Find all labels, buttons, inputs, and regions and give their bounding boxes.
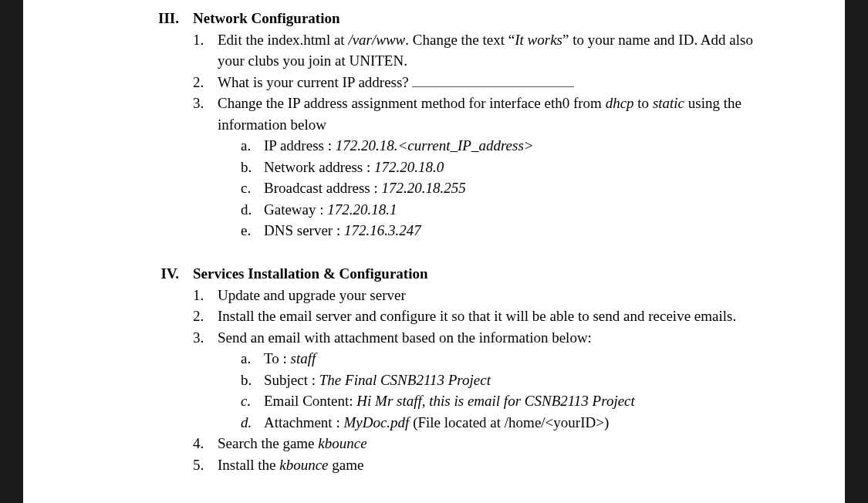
text: Edit the index.html at bbox=[218, 32, 348, 48]
italic-text: 172.16.3.247 bbox=[344, 222, 421, 238]
item-body: Search the game kbounce bbox=[218, 433, 768, 454]
sub-list-item: a.IP address : 172.20.18.<current_IP_add… bbox=[241, 135, 768, 157]
text: . Change the text “ bbox=[405, 32, 515, 48]
item-letter: b. bbox=[241, 370, 264, 391]
list-item: 4.Search the game kbounce bbox=[193, 433, 768, 454]
sub-list-item: e.DNS server : 172.16.3.247 bbox=[241, 220, 768, 241]
italic-text: /var/www bbox=[348, 32, 405, 48]
item-number: 3. bbox=[193, 327, 218, 434]
item-body: Send an email with attachment based on t… bbox=[218, 327, 768, 434]
item-body: Change the IP address assignment method … bbox=[218, 93, 768, 241]
item-number: 2. bbox=[193, 306, 218, 327]
italic-text: Hi Mr staff, this is email for CSNB2113 … bbox=[356, 393, 634, 409]
italic-text: staff bbox=[291, 350, 316, 366]
text: Attachment : bbox=[264, 414, 343, 430]
item-number: 2. bbox=[193, 72, 218, 93]
sub-item-body: Attachment : MyDoc.pdf (File located at … bbox=[264, 412, 768, 434]
text: Change the IP address assignment method … bbox=[218, 95, 606, 111]
sub-list-item: c.Email Content: Hi Mr staff, this is em… bbox=[241, 390, 768, 412]
lettered-list: a.IP address : 172.20.18.<current_IP_add… bbox=[218, 135, 768, 241]
text: Gateway : bbox=[264, 201, 327, 218]
item-number: 1. bbox=[193, 285, 218, 306]
section-heading: Services Installation & Configuration bbox=[193, 263, 768, 285]
text: To : bbox=[264, 350, 291, 366]
text: Search the game bbox=[218, 435, 318, 451]
list-item: 2.Install the email server and configure… bbox=[193, 306, 768, 327]
text: What is your current IP address? bbox=[218, 74, 409, 90]
italic-text: The Final CSNB2113 Project bbox=[319, 372, 491, 388]
italic-text: kbounce bbox=[318, 435, 366, 451]
sub-item-body: Gateway : 172.20.18.1 bbox=[264, 199, 768, 221]
text: Install the bbox=[218, 457, 279, 473]
italic-text: MyDoc.pdf bbox=[343, 414, 409, 430]
text: game bbox=[329, 457, 364, 473]
item-letter: d. bbox=[241, 199, 264, 221]
item-letter: e. bbox=[241, 220, 264, 241]
list-item: 2.What is your current IP address? bbox=[193, 72, 768, 93]
item-body: Install the kbounce game bbox=[218, 454, 768, 476]
italic-text: It works bbox=[515, 32, 562, 48]
item-letter: a. bbox=[241, 348, 264, 370]
numbered-list: 1.Edit the index.html at /var/www. Chang… bbox=[193, 29, 768, 241]
text: Subject : bbox=[264, 372, 319, 388]
item-number: 3. bbox=[193, 93, 218, 241]
text: DNS server : bbox=[264, 222, 344, 238]
sub-item-body: To : staff bbox=[264, 348, 768, 370]
item-number: 5. bbox=[193, 454, 218, 476]
sub-item-body: DNS server : 172.16.3.247 bbox=[264, 220, 768, 241]
text: Update and upgrade your server bbox=[218, 287, 406, 303]
list-item: 1.Edit the index.html at /var/www. Chang… bbox=[193, 29, 768, 72]
item-letter: c. bbox=[241, 390, 264, 412]
item-letter: c. bbox=[241, 177, 264, 199]
numbered-list: 1.Update and upgrade your server2.Instal… bbox=[193, 285, 768, 476]
roman-numeral: IV. bbox=[147, 263, 193, 475]
item-letter: b. bbox=[241, 157, 264, 178]
section: IV.Services Installation & Configuration… bbox=[23, 263, 845, 475]
sub-list-item: b.Subject : The Final CSNB2113 Project bbox=[241, 370, 768, 391]
italic-text: 172.20.18.0 bbox=[374, 159, 444, 175]
sub-item-body: Broadcast address : 172.20.18.255 bbox=[264, 177, 768, 199]
italic-text: dhcp bbox=[606, 95, 634, 111]
list-item: 5.Install the kbounce game bbox=[193, 454, 768, 476]
sub-item-body: Email Content: Hi Mr staff, this is emai… bbox=[264, 390, 768, 412]
text: to bbox=[634, 95, 653, 111]
list-item: 1.Update and upgrade your server bbox=[193, 285, 768, 306]
item-number: 4. bbox=[193, 433, 218, 454]
italic-text: 172.20.18.<current_IP_address> bbox=[336, 137, 534, 154]
section-heading: Network Configuration bbox=[193, 8, 768, 29]
item-letter: d. bbox=[241, 412, 264, 434]
item-number: 1. bbox=[193, 29, 218, 72]
text: (File located at /home/<yourID>) bbox=[409, 414, 609, 430]
italic-text: 172.20.18.255 bbox=[381, 180, 465, 196]
item-letter: a. bbox=[241, 135, 264, 157]
text: Network address : bbox=[264, 159, 374, 175]
sub-item-body: Subject : The Final CSNB2113 Project bbox=[264, 370, 768, 391]
list-item: 3.Change the IP address assignment metho… bbox=[193, 93, 768, 241]
sub-item-body: Network address : 172.20.18.0 bbox=[264, 157, 768, 178]
sub-list-item: d.Gateway : 172.20.18.1 bbox=[241, 199, 768, 221]
sub-list-item: b.Network address : 172.20.18.0 bbox=[241, 157, 768, 178]
item-body: Install the email server and configure i… bbox=[218, 306, 768, 327]
item-body: What is your current IP address? bbox=[218, 72, 768, 93]
list-item: 3.Send an email with attachment based on… bbox=[193, 327, 768, 434]
item-body: Edit the index.html at /var/www. Change … bbox=[218, 29, 768, 72]
document-content: III.Network Configuration1.Edit the inde… bbox=[23, 8, 845, 475]
text: IP address : bbox=[264, 137, 336, 154]
text: Broadcast address : bbox=[264, 180, 381, 196]
text: Email Content: bbox=[264, 393, 356, 409]
section-content: Services Installation & Configuration1.U… bbox=[193, 263, 845, 475]
text: Send an email with attachment based on t… bbox=[218, 329, 592, 346]
roman-numeral: III. bbox=[147, 8, 193, 241]
sub-list-item: c.Broadcast address : 172.20.18.255 bbox=[241, 177, 768, 199]
sub-list-item: d.Attachment : MyDoc.pdf (File located a… bbox=[241, 412, 768, 434]
document-page: III.Network Configuration1.Edit the inde… bbox=[23, 0, 845, 503]
item-body: Update and upgrade your server bbox=[218, 285, 768, 306]
sub-list-item: a.To : staff bbox=[241, 348, 768, 370]
italic-text: static bbox=[653, 95, 684, 111]
section-content: Network Configuration1.Edit the index.ht… bbox=[193, 8, 845, 241]
blank-field[interactable] bbox=[412, 73, 574, 87]
sub-item-body: IP address : 172.20.18.<current_IP_addre… bbox=[264, 135, 768, 157]
section: III.Network Configuration1.Edit the inde… bbox=[23, 8, 845, 241]
text: Install the email server and configure i… bbox=[218, 308, 736, 324]
italic-text: kbounce bbox=[279, 457, 328, 473]
